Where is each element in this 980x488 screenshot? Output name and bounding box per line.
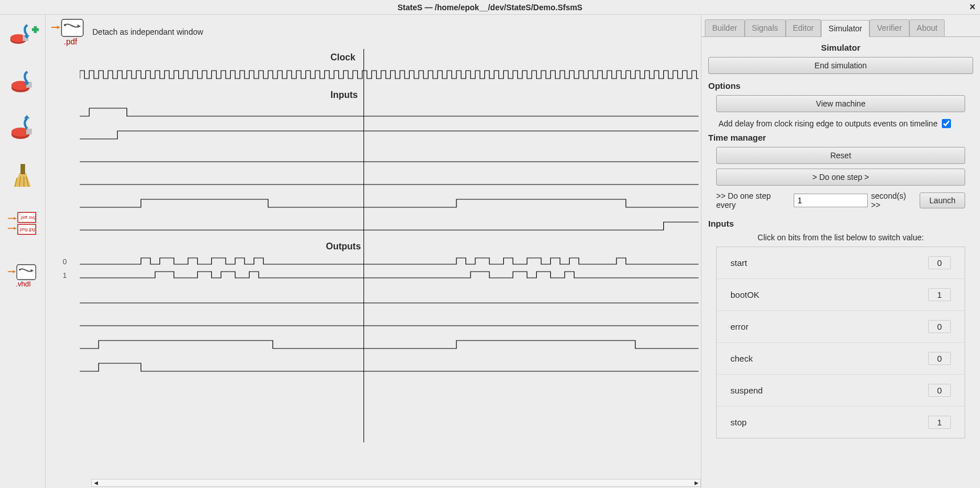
svg-point-29 [64, 24, 66, 26]
label-boot: boot [46, 363, 74, 372]
vhdl-label: .vhdl [15, 280, 30, 288]
svg-marker-27 [57, 26, 60, 29]
svg-marker-16 [14, 217, 17, 220]
input-value[interactable]: 1 [928, 288, 951, 301]
launch-button[interactable]: Launch [920, 192, 965, 208]
scroll-right-icon[interactable]: ▶ [692, 480, 700, 486]
tab-simulator[interactable]: Simulator [821, 20, 869, 37]
svg-rect-12 [26, 129, 32, 134]
load-button[interactable] [7, 115, 39, 142]
options-label: Options [708, 81, 973, 91]
time-manager-label: Time manager [708, 133, 973, 142]
svg-rect-23 [17, 265, 35, 280]
label-error: error [46, 154, 74, 163]
detach-window-link[interactable]: Detach as independant window [92, 27, 203, 36]
input-name: start [730, 258, 747, 268]
wave-checkOK [80, 315, 699, 329]
simulator-title: Simulator [708, 43, 973, 52]
input-value[interactable]: 0 [928, 320, 951, 333]
label-start: start [46, 109, 74, 118]
right-panel: Builder Signals Editor Simulator Verifie… [701, 15, 980, 488]
window-titlebar: StateS — /home/epok__/dev/StateS/Demo.Sf… [0, 0, 980, 15]
wave-check [80, 174, 699, 188]
wave-suspend [80, 197, 699, 211]
input-row-check[interactable]: check 0 [717, 342, 965, 374]
input-value[interactable]: 0 [928, 352, 951, 365]
input-value[interactable]: 0 [928, 256, 951, 269]
wave-start [80, 106, 699, 120]
step-every-suffix: second(s) >> [871, 191, 916, 210]
input-row-suspend[interactable]: suspend 0 [717, 374, 965, 406]
tab-about[interactable]: About [909, 19, 945, 36]
wave-alarm [80, 293, 699, 306]
do-one-step-button[interactable]: > Do one step > [716, 169, 965, 186]
jpg-label: .jpg [27, 227, 35, 232]
export-vhdl-button[interactable]: .vhdl [7, 260, 39, 292]
wave-bootOK [80, 129, 699, 142]
reset-button[interactable]: Reset [716, 147, 965, 164]
wave-leds-0 [80, 256, 699, 270]
export-pdf-button[interactable]: .pdf [50, 17, 87, 47]
wave-boot [80, 361, 699, 375]
close-icon[interactable]: × [969, 1, 975, 13]
input-name: check [730, 354, 753, 363]
delay-checkbox-label: Add delay from clock rising edge to outp… [718, 119, 937, 128]
tabs: Builder Signals Editor Simulator Verifie… [701, 15, 980, 37]
svg-label: .svg [27, 215, 35, 220]
wave-clock [80, 68, 699, 82]
left-toolbar: .pdf .svg .png .jpg .vhdl [0, 15, 46, 488]
label-check: check [46, 177, 74, 186]
input-row-start[interactable]: start 0 [717, 247, 965, 278]
save-button[interactable] [7, 68, 39, 96]
export-images-button[interactable]: .pdf .svg .png .jpg [7, 208, 39, 240]
wave-power [80, 338, 699, 352]
section-clock: Clock [330, 52, 356, 63]
label-suspend: suspend [46, 200, 74, 209]
tab-signals[interactable]: Signals [745, 19, 786, 36]
step-every-prefix: >> Do one step every [716, 191, 790, 210]
svg-marker-22 [13, 270, 15, 273]
svg-rect-28 [62, 19, 83, 36]
tab-editor[interactable]: Editor [786, 19, 822, 36]
end-simulation-button[interactable]: End simulation [708, 57, 973, 74]
label-stop: stop [46, 223, 74, 232]
pdf-label: .pdf [19, 215, 27, 220]
svg-marker-18 [14, 227, 17, 229]
timeline-panel: .pdf Detach as independant window Clock … [46, 15, 701, 488]
timeline[interactable]: Clock Inputs Outputs Clock start bootOK … [46, 49, 699, 488]
tab-builder[interactable]: Builder [705, 19, 745, 36]
window-title: StateS — /home/epok__/dev/StateS/Demo.Sf… [398, 3, 582, 12]
tab-verifier[interactable]: Verifier [869, 19, 909, 36]
wave-stop [80, 220, 699, 233]
input-row-bootok[interactable]: bootOK 1 [717, 278, 965, 310]
input-value[interactable]: 1 [928, 416, 951, 429]
delay-checkbox[interactable] [942, 119, 951, 128]
svg-point-24 [19, 269, 21, 271]
view-machine-button[interactable]: View machine [716, 95, 965, 112]
input-row-error[interactable]: error 0 [717, 310, 965, 342]
wave-leds-1 [80, 270, 699, 284]
new-machine-button[interactable] [7, 22, 39, 49]
input-name: stop [730, 417, 746, 427]
inputs-hint: Click on bits from the list below to swi… [708, 233, 973, 242]
inputs-list: start 0 bootOK 1 error 0 check 0 suspend [716, 247, 965, 438]
section-outputs: Outputs [326, 241, 361, 252]
wave-error [80, 151, 699, 165]
section-inputs: Inputs [330, 90, 358, 100]
input-name: suspend [730, 386, 763, 395]
pdf-label: .pdf [64, 37, 77, 46]
label-bootOK: bootOK [46, 132, 74, 141]
svg-rect-14 [21, 164, 25, 174]
scroll-left-icon[interactable]: ◀ [92, 480, 100, 486]
label-power: power [46, 341, 74, 350]
timeline-scrollbar[interactable]: ◀ ▶ [91, 479, 701, 487]
clean-button[interactable] [7, 162, 39, 189]
svg-marker-13 [24, 115, 30, 118]
step-interval-input[interactable] [794, 194, 868, 207]
label-alarm: alarm [46, 295, 74, 304]
input-name: error [730, 322, 749, 331]
input-row-stop[interactable]: stop 1 [717, 406, 965, 438]
input-value[interactable]: 0 [928, 384, 951, 397]
label-clock: Clock [46, 72, 74, 81]
input-name: bootOK [730, 290, 760, 300]
